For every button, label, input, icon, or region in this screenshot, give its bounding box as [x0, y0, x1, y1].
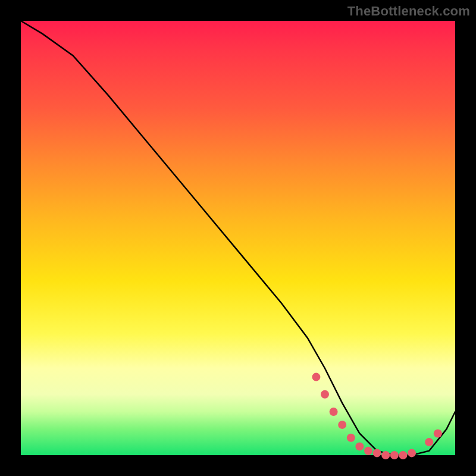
- marker-dot: [434, 430, 442, 438]
- watermark-text: TheBottleneck.com: [347, 4, 470, 19]
- marker-dot: [373, 449, 381, 457]
- marker-dot: [330, 408, 338, 416]
- curve-line: [21, 21, 455, 455]
- marker-dot: [390, 451, 399, 459]
- marker-dot: [399, 451, 407, 459]
- chart-svg: [21, 21, 455, 455]
- marker-dot: [381, 451, 390, 459]
- marker-dot: [425, 438, 433, 446]
- curve-markers: [312, 373, 441, 459]
- plot-area: [21, 21, 455, 455]
- marker-dot: [355, 442, 364, 450]
- chart-frame: TheBottleneck.com: [0, 0, 476, 476]
- marker-dot: [364, 447, 372, 455]
- marker-dot: [312, 373, 320, 381]
- marker-dot: [321, 390, 329, 399]
- marker-dot: [408, 449, 416, 457]
- marker-dot: [347, 434, 355, 442]
- marker-dot: [338, 421, 346, 429]
